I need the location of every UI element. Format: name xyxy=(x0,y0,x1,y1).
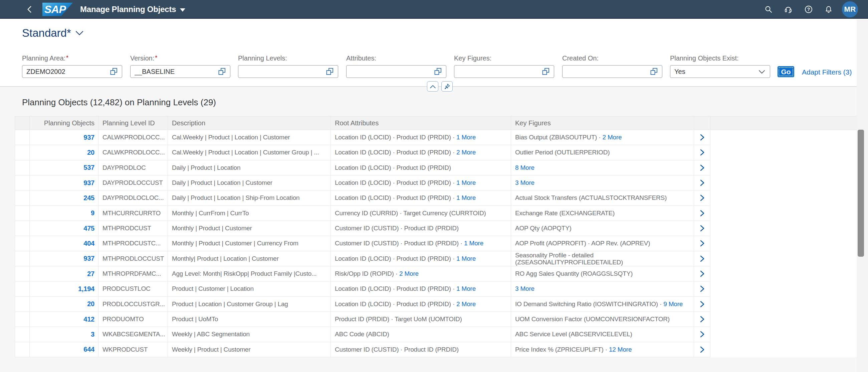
table-row: 20PRODLOCCUSTGR...Product | Location | C… xyxy=(15,297,857,312)
attributes-input[interactable] xyxy=(346,65,446,78)
header-planning-objects[interactable]: Planning Objects xyxy=(30,116,98,130)
row-navigation-button[interactable] xyxy=(694,221,710,236)
header-planning-level-id[interactable]: Planning Level ID xyxy=(98,116,168,130)
row-select-cell[interactable] xyxy=(15,281,30,296)
header-description[interactable]: Description xyxy=(168,116,331,130)
planning-objects-count-link[interactable]: 1,194 xyxy=(78,285,94,293)
planning-objects-count-link[interactable]: 537 xyxy=(84,164,94,171)
root-attributes-more-link[interactable]: 1 More xyxy=(456,255,476,262)
value-help-icon[interactable] xyxy=(434,68,442,75)
row-navigation-button[interactable] xyxy=(694,281,710,296)
row-navigation-button[interactable] xyxy=(694,342,710,357)
row-select-cell[interactable] xyxy=(15,266,30,281)
row-select-cell[interactable] xyxy=(15,191,30,205)
row-select-cell[interactable] xyxy=(15,175,30,191)
planning-objects-count-link[interactable]: 245 xyxy=(84,194,94,202)
planning-objects-count-link[interactable]: 9 xyxy=(91,209,94,217)
variant-selector[interactable]: Standard* xyxy=(22,27,84,39)
filter-label-attributes: Attributes: xyxy=(346,55,376,62)
created-on-input[interactable] xyxy=(562,65,662,78)
row-select-cell[interactable] xyxy=(15,327,30,342)
value-help-icon[interactable] xyxy=(218,68,226,75)
key-figures-more-link[interactable]: 2 More xyxy=(602,134,622,141)
back-button[interactable] xyxy=(25,0,34,19)
app-title-menu[interactable]: Manage Planning Objects xyxy=(80,0,185,19)
key-figures-more-link[interactable]: 3 More xyxy=(515,179,534,187)
planning-levels-input[interactable] xyxy=(238,65,338,78)
key-figures-cell: IO Demand Switching Ratio (IOSWITCHINGRA… xyxy=(511,297,694,312)
row-select-cell[interactable] xyxy=(15,161,30,175)
planning-objects-count-link[interactable]: 937 xyxy=(84,134,94,141)
planning-objects-count-link[interactable]: 20 xyxy=(87,300,94,308)
key-figures-more-link[interactable]: 8 More xyxy=(515,164,534,171)
support-headset-icon[interactable] xyxy=(784,5,792,13)
root-attributes-more-link[interactable]: 1 More xyxy=(464,240,484,247)
row-navigation-button[interactable] xyxy=(694,327,710,342)
row-navigation-button[interactable] xyxy=(694,236,710,251)
row-select-cell[interactable] xyxy=(15,236,30,251)
root-attributes-more-link[interactable]: 1 More xyxy=(456,285,476,292)
row-navigation-button[interactable] xyxy=(694,266,710,281)
row-select-cell[interactable] xyxy=(15,145,30,160)
header-root-attributes[interactable]: Root Attributes xyxy=(331,116,511,130)
notifications-bell-icon[interactable] xyxy=(825,5,833,13)
value-help-icon[interactable] xyxy=(542,68,550,75)
planning-objects-count-link[interactable]: 3 xyxy=(91,331,94,338)
key-figures-more-link[interactable]: 9 More xyxy=(663,301,683,308)
row-navigation-button[interactable] xyxy=(694,251,710,266)
row-select-cell[interactable] xyxy=(15,342,30,357)
user-avatar[interactable]: MR xyxy=(842,1,858,18)
planning-objects-count-link[interactable]: 937 xyxy=(84,179,94,187)
root-attributes-more-link[interactable]: 1 More xyxy=(456,179,476,187)
key-figures-more-link[interactable]: 3 More xyxy=(515,285,534,292)
row-navigation-button[interactable] xyxy=(694,175,710,191)
planning-objects-count-link[interactable]: 475 xyxy=(84,225,94,232)
row-navigation-button[interactable] xyxy=(694,297,710,312)
sap-logo[interactable]: SAP xyxy=(42,3,73,16)
version-input[interactable] xyxy=(130,65,230,78)
row-navigation-button[interactable] xyxy=(694,206,710,221)
help-icon[interactable]: ? xyxy=(805,5,813,13)
row-navigation-button[interactable] xyxy=(694,145,710,160)
row-select-cell[interactable] xyxy=(15,206,30,221)
header-key-figures[interactable]: Key Figures xyxy=(511,116,694,130)
row-select-cell[interactable] xyxy=(15,312,30,327)
scrollbar-thumb[interactable] xyxy=(858,130,864,257)
row-select-cell[interactable] xyxy=(15,251,30,266)
header-filler-cell xyxy=(710,116,857,130)
row-filler-cell xyxy=(710,251,857,266)
planning-area-input[interactable] xyxy=(22,65,122,78)
row-select-cell[interactable] xyxy=(15,297,30,312)
row-navigation-button[interactable] xyxy=(694,161,710,175)
planning-objects-exist-select[interactable]: Yes xyxy=(670,65,770,78)
planning-objects-count-link[interactable]: 644 xyxy=(84,346,94,353)
row-navigation-button[interactable] xyxy=(694,312,710,327)
row-navigation-button[interactable] xyxy=(694,130,710,145)
key-figures-input[interactable] xyxy=(454,65,554,78)
root-attributes-more-link[interactable]: 1 More xyxy=(456,194,476,202)
value-help-icon[interactable] xyxy=(650,68,658,75)
value-help-icon[interactable] xyxy=(326,68,334,75)
planning-objects-count-link[interactable]: 404 xyxy=(84,240,94,247)
collapse-filter-bar-button[interactable] xyxy=(427,81,438,92)
key-figures-more-link[interactable]: 12 More xyxy=(609,346,632,353)
select-value: Yes xyxy=(674,68,685,76)
root-attributes-more-link[interactable]: 2 More xyxy=(456,149,476,156)
vertical-scrollbar[interactable] xyxy=(857,19,868,372)
planning-objects-count-link[interactable]: 27 xyxy=(87,270,94,278)
root-attributes-more-link[interactable]: 2 More xyxy=(399,270,418,278)
row-select-cell[interactable] xyxy=(15,130,30,145)
root-attributes-cell: Risk/Opp ID (ROPID) · 2 More xyxy=(331,266,511,281)
row-select-cell[interactable] xyxy=(15,221,30,236)
root-attributes-more-link[interactable]: 2 More xyxy=(456,301,476,308)
go-button[interactable]: Go xyxy=(778,66,794,77)
value-help-icon[interactable] xyxy=(110,68,118,75)
adapt-filters-link[interactable]: Adapt Filters (3) xyxy=(802,68,851,76)
planning-objects-count-link[interactable]: 412 xyxy=(84,316,94,323)
planning-objects-count-link[interactable]: 937 xyxy=(84,255,94,262)
pin-filter-bar-button[interactable] xyxy=(441,81,453,92)
planning-objects-count-link[interactable]: 20 xyxy=(87,149,94,156)
search-icon[interactable] xyxy=(765,5,773,13)
root-attributes-more-link[interactable]: 1 More xyxy=(456,134,476,141)
row-navigation-button[interactable] xyxy=(694,191,710,205)
